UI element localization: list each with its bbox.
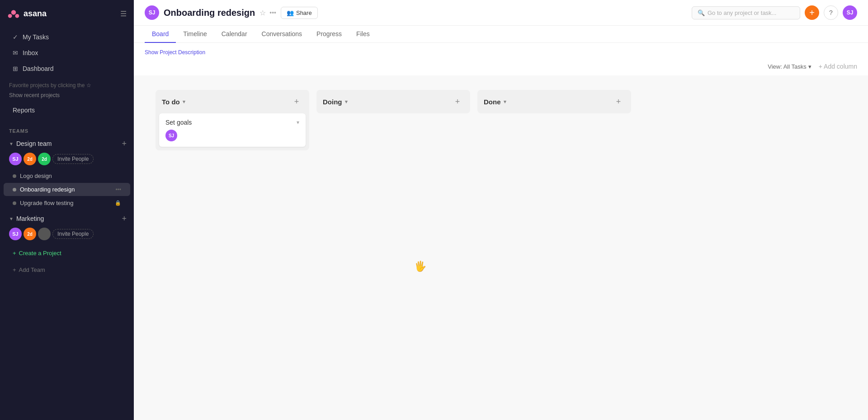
project-onboarding-redesign[interactable]: Onboarding redesign •••: [4, 183, 130, 196]
board-header: Show Project Description: [134, 43, 868, 59]
marketing-team-members: SJ 2d Invite People: [0, 226, 134, 244]
show-recent-projects[interactable]: Show recent projects: [0, 91, 134, 102]
asana-logo-icon: [7, 7, 20, 20]
avatar-2d-orange: 2d: [24, 153, 36, 165]
tab-timeline[interactable]: Timeline: [176, 26, 214, 43]
marketing-team-invite-btn[interactable]: Invite People: [52, 229, 94, 239]
onboarding-more-icon[interactable]: •••: [115, 187, 121, 193]
favorite-hint: Favorite projects by clicking the ☆: [0, 79, 134, 91]
sidebar-item-dashboard-label: Dashboard: [23, 65, 54, 72]
share-icon: 👥: [287, 9, 294, 16]
main-content: SJ Onboarding redesign ☆ ••• 👥 Share 🔍 G…: [134, 0, 868, 420]
tab-board[interactable]: Board: [145, 26, 176, 43]
task-set-goals-title: Set goals: [165, 119, 192, 126]
avatar-2d-orange-marketing: 2d: [24, 228, 36, 240]
marketing-team-group: ▼ Marketing + SJ 2d Invite People: [0, 211, 134, 244]
column-done: Done ▾ +: [477, 90, 631, 113]
done-column-caret: ▾: [504, 99, 506, 105]
design-team-header[interactable]: ▼ Design team +: [0, 136, 134, 151]
sidebar-item-reports[interactable]: Reports: [4, 103, 130, 118]
project-more-btn[interactable]: •••: [269, 9, 276, 16]
onboarding-label: Onboarding redesign: [20, 186, 75, 193]
search-placeholder-text: Go to any project or task...: [708, 9, 776, 16]
upgrade-flow-label: Upgrade flow testing: [20, 200, 74, 206]
sidebar-item-inbox-label: Inbox: [23, 49, 38, 56]
sidebar-item-dashboard[interactable]: ⊞ Dashboard: [4, 61, 130, 76]
marketing-team-caret: ▼: [9, 216, 14, 221]
lock-icon: 🔒: [115, 200, 121, 206]
design-team-add-btn[interactable]: +: [122, 140, 127, 148]
sidebar: asana ☰ ✓ My Tasks ✉ Inbox ⊞ Dashboard F…: [0, 0, 134, 420]
todo-column-title: To do: [162, 98, 180, 106]
svg-point-0: [11, 10, 16, 15]
user-avatar[interactable]: SJ: [843, 5, 857, 20]
add-task-btn[interactable]: +: [805, 5, 819, 20]
logo-design-dot: [13, 174, 16, 178]
topbar: SJ Onboarding redesign ☆ ••• 👥 Share 🔍 G…: [134, 0, 868, 26]
help-btn[interactable]: ?: [824, 5, 838, 20]
doing-column-title: Doing: [323, 98, 342, 106]
board-content: To do ▾ + Set goals ▾ SJ: [134, 75, 868, 420]
task-card-set-goals[interactable]: Set goals ▾ SJ: [159, 113, 306, 147]
project-upgrade-flow[interactable]: Upgrade flow testing 🔒: [4, 196, 130, 210]
sidebar-logo-area: asana ☰: [0, 0, 134, 27]
avatar-gray-marketing: [38, 228, 51, 240]
sidebar-nav: ✓ My Tasks ✉ Inbox ⊞ Dashboard: [0, 27, 134, 79]
design-team-group: ▼ Design team + SJ 2d 2d Invite People L…: [0, 136, 134, 210]
create-project-plus-icon: +: [13, 250, 16, 257]
dashboard-icon: ⊞: [13, 65, 18, 72]
tab-files[interactable]: Files: [349, 26, 377, 43]
view-all-tasks-btn[interactable]: View: All Tasks ▾: [768, 63, 811, 70]
marketing-team-header[interactable]: ▼ Marketing +: [0, 211, 134, 226]
topbar-avatar: SJ: [145, 5, 159, 20]
sidebar-item-my-tasks-label: My Tasks: [23, 33, 49, 41]
marketing-team-add-btn[interactable]: +: [122, 215, 127, 223]
todo-column-caret: ▾: [183, 99, 185, 105]
design-team-name: Design team: [16, 140, 52, 147]
tab-progress[interactable]: Progress: [309, 26, 349, 43]
project-tabs: Board Timeline Calendar Conversations Pr…: [134, 26, 868, 43]
teams-section-label: Teams: [0, 122, 134, 136]
design-team-members: SJ 2d 2d Invite People: [0, 151, 134, 169]
avatar-2d-green: 2d: [38, 153, 51, 165]
inbox-icon: ✉: [13, 49, 18, 56]
add-team-plus-icon: +: [13, 266, 16, 273]
star-hint-icon: ☆: [86, 82, 91, 89]
project-title: Onboarding redesign: [164, 8, 255, 18]
view-chevron-icon: ▾: [808, 63, 811, 70]
add-team-btn[interactable]: + Add Team: [4, 262, 130, 277]
design-team-caret: ▼: [9, 141, 14, 146]
avatar-sj-design: SJ: [9, 153, 22, 165]
task-assignee-avatar: SJ: [165, 130, 177, 141]
project-star-btn[interactable]: ☆: [259, 9, 266, 17]
avatar-sj-marketing: SJ: [9, 228, 22, 240]
sidebar-item-my-tasks[interactable]: ✓ My Tasks: [4, 29, 130, 45]
global-search-bar[interactable]: 🔍 Go to any project or task...: [692, 6, 800, 19]
doing-column-caret: ▾: [345, 99, 348, 105]
upgrade-flow-dot: [13, 201, 16, 205]
tab-conversations[interactable]: Conversations: [255, 26, 310, 43]
todo-column-add-btn[interactable]: +: [290, 95, 303, 108]
create-project-btn[interactable]: + Create a Project: [4, 246, 130, 261]
check-icon: ✓: [13, 33, 18, 41]
board-top-row: View: All Tasks ▾ + Add column: [134, 59, 868, 75]
tab-calendar[interactable]: Calendar: [214, 26, 255, 43]
doing-column-add-btn[interactable]: +: [451, 95, 464, 108]
sidebar-item-inbox[interactable]: ✉ Inbox: [4, 45, 130, 61]
svg-point-2: [15, 14, 19, 18]
column-doing: Doing ▾ +: [316, 90, 470, 113]
done-column-add-btn[interactable]: +: [612, 95, 625, 108]
project-logo-design[interactable]: Logo design: [4, 169, 130, 182]
teams-section: Teams ▼ Design team + SJ 2d 2d Invite Pe…: [0, 118, 134, 278]
svg-point-1: [8, 14, 12, 18]
task-card-expand-icon: ▾: [297, 119, 299, 126]
show-project-desc-link[interactable]: Show Project Description: [145, 47, 205, 59]
onboarding-dot: [13, 188, 16, 191]
app-name: asana: [24, 9, 47, 19]
marketing-team-name: Marketing: [16, 215, 44, 222]
add-column-btn[interactable]: + Add column: [819, 63, 857, 70]
design-team-invite-btn[interactable]: Invite People: [52, 154, 94, 164]
sidebar-toggle-btn[interactable]: ☰: [120, 9, 127, 18]
logo-design-label: Logo design: [20, 173, 52, 179]
share-button[interactable]: 👥 Share: [281, 7, 318, 19]
